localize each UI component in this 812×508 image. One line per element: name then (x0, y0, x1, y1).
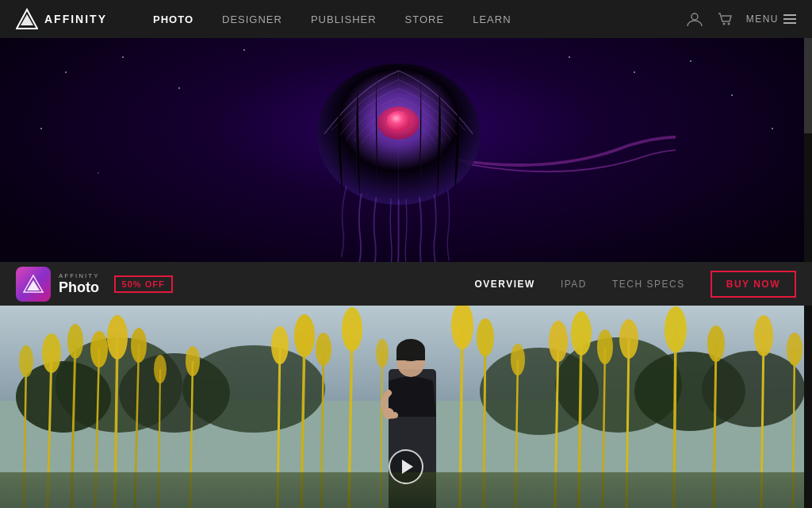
menu-label: MENU (746, 13, 779, 25)
svg-point-51 (619, 319, 638, 359)
product-logo-icon (22, 273, 44, 295)
svg-point-23 (67, 324, 83, 359)
svg-point-33 (271, 326, 289, 364)
nav-link-photo[interactable]: PHOTO (139, 0, 208, 38)
menu-button[interactable]: MENU (746, 13, 796, 25)
svg-point-61 (154, 355, 167, 383)
nav-link-learn[interactable]: LEARN (458, 0, 525, 38)
svg-point-27 (107, 315, 128, 360)
buy-now-button[interactable]: BUY NOW (710, 271, 796, 298)
play-button[interactable] (389, 449, 423, 484)
cart-icon[interactable] (716, 10, 733, 28)
jellyfish-illustration (136, 38, 676, 262)
play-icon (402, 460, 413, 474)
svg-rect-71 (396, 349, 425, 360)
nav-right-icons: MENU (686, 10, 796, 28)
svg-point-39 (342, 307, 362, 352)
product-nav-overview[interactable]: OVERVIEW (462, 262, 547, 306)
product-nav-tech-specs[interactable]: TECH SPECS (599, 262, 698, 306)
svg-point-55 (707, 325, 725, 362)
svg-point-2 (691, 13, 698, 20)
svg-point-3 (722, 23, 725, 25)
svg-point-57 (754, 315, 773, 356)
svg-point-7 (387, 111, 411, 132)
product-navigation: OVERVIEW IPAD TECH SPECS BUY NOW (462, 262, 796, 306)
svg-point-47 (571, 311, 592, 356)
scrollbar-thumb[interactable] (804, 38, 812, 133)
svg-point-45 (549, 321, 568, 362)
photo-section (0, 306, 812, 508)
svg-marker-9 (27, 280, 40, 291)
nav-links: PHOTO DESIGNER PUBLISHER STORE LEARN (139, 0, 686, 38)
product-logo-box (16, 267, 51, 302)
hamburger-icon (783, 14, 796, 24)
nav-link-store[interactable]: STORE (391, 0, 459, 38)
svg-point-18 (702, 351, 805, 427)
svg-point-37 (316, 333, 331, 366)
logo[interactable]: AFFINITY (16, 8, 107, 30)
svg-point-72 (383, 408, 394, 419)
product-brand: AFFINITY Photo 50% OFF (16, 267, 173, 302)
product-affinity-label: AFFINITY (59, 272, 100, 279)
svg-point-35 (294, 314, 315, 357)
product-title: Photo (59, 279, 100, 296)
svg-point-53 (665, 306, 687, 352)
svg-point-43 (477, 318, 494, 356)
svg-marker-1 (21, 14, 33, 25)
hero-section (0, 38, 812, 262)
product-bar: AFFINITY Photo 50% OFF OVERVIEW IPAD TEC… (0, 262, 812, 306)
affinity-logo-icon (16, 8, 38, 30)
nav-link-publisher[interactable]: PUBLISHER (297, 0, 391, 38)
logo-text: AFFINITY (44, 13, 107, 25)
svg-point-25 (90, 331, 108, 368)
account-icon[interactable] (686, 10, 703, 28)
svg-point-21 (42, 333, 61, 373)
svg-point-63 (186, 346, 200, 376)
nav-link-designer[interactable]: DESIGNER (208, 0, 297, 38)
svg-point-4 (727, 23, 730, 25)
product-name-group: AFFINITY Photo (59, 272, 100, 296)
svg-point-49 (597, 329, 613, 364)
svg-point-31 (19, 345, 33, 377)
svg-point-29 (131, 328, 147, 363)
product-nav-ipad[interactable]: IPAD (548, 262, 599, 306)
discount-badge: 50% OFF (114, 275, 173, 293)
svg-point-65 (376, 339, 389, 368)
main-navigation: AFFINITY PHOTO DESIGNER PUBLISHER STORE … (0, 0, 812, 38)
svg-point-67 (511, 344, 525, 375)
svg-point-59 (787, 333, 802, 366)
